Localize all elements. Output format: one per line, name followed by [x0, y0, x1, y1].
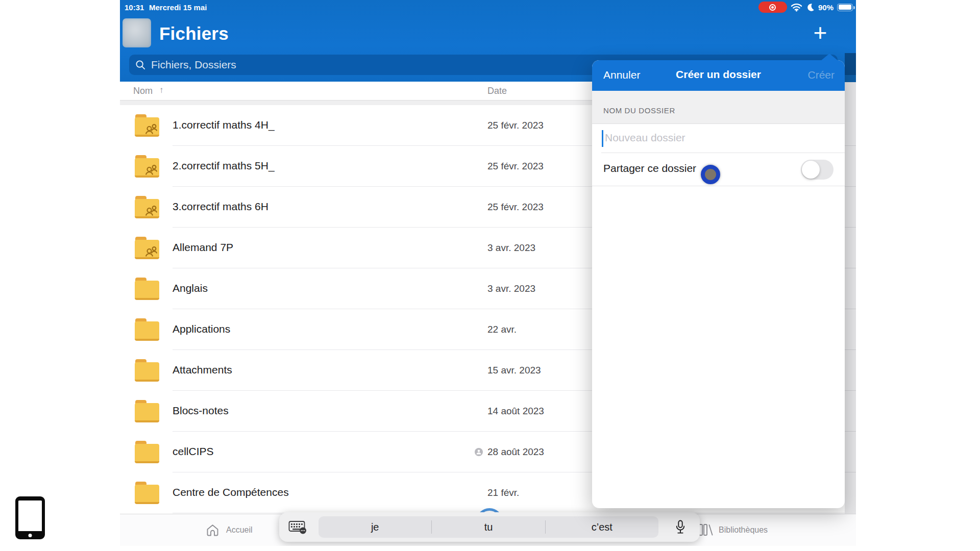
files-app-window: 10:31 Mercredi 15 mai [120, 0, 856, 546]
dnd-moon-icon [806, 3, 815, 12]
avatar[interactable] [122, 18, 151, 47]
file-date: 25 févr. 2023 [487, 161, 544, 172]
file-date: 3 avr. 2023 [487, 242, 535, 254]
file-name: Centre de Compétences [173, 486, 289, 498]
suggestion-cest[interactable]: c’est [546, 521, 658, 533]
folder-name-input[interactable]: Nouveau dossier [592, 124, 845, 153]
shared-folder-icon [135, 114, 159, 137]
file-date: 21 févr. [487, 487, 519, 498]
microphone-icon[interactable] [675, 520, 685, 535]
screen-recording-icon[interactable] [758, 2, 787, 13]
file-name: 3.correctif maths 6H [173, 201, 268, 213]
keyboard-icon[interactable] [288, 520, 307, 534]
synced-badge-icon [475, 448, 483, 456]
file-name: Applications [173, 323, 230, 335]
folder-icon [135, 278, 159, 300]
tablet-icon [15, 496, 45, 539]
folder-name-placeholder: Nouveau dossier [605, 132, 685, 144]
file-name: cellCIPS [173, 445, 214, 458]
shared-folder-icon [135, 237, 159, 259]
text-cursor [602, 130, 603, 147]
shared-folder-icon [135, 155, 159, 178]
folder-icon [135, 400, 159, 422]
folder-icon [135, 359, 159, 382]
status-time: 10:31 [125, 3, 144, 12]
status-icons: 90% [758, 0, 853, 14]
file-date: 25 févr. 2023 [487, 120, 544, 131]
file-date: 3 avr. 2023 [487, 283, 535, 294]
tablet-home-button-dot [29, 534, 32, 537]
file-name: Attachments [173, 364, 232, 376]
suggestion-tu[interactable]: tu [432, 521, 545, 533]
tab-libraries[interactable]: Bibliothèques [698, 523, 768, 536]
folder-icon [135, 482, 159, 504]
sort-ascending-icon[interactable]: ↑ [159, 85, 164, 95]
file-name: Blocs-notes [173, 405, 229, 417]
dimmed-content-strip [845, 53, 856, 514]
folder-name-section: NOM DU DOSSIER [592, 91, 845, 124]
column-date[interactable]: Date [487, 86, 507, 96]
file-date: 28 août 2023 [487, 446, 544, 458]
wifi-icon [791, 3, 802, 12]
search-icon [135, 60, 146, 70]
dialog-title: Créer un dossier [592, 68, 845, 81]
screen: 10:31 Mercredi 15 mai [0, 0, 980, 551]
file-date: 25 févr. 2023 [487, 202, 544, 213]
file-name: Allemand 7P [173, 241, 233, 254]
file-name: 1.correctif maths 4H_ [173, 119, 275, 131]
column-name[interactable]: Nom [133, 86, 153, 96]
create-button[interactable]: Créer [807, 69, 835, 81]
folder-icon [135, 441, 159, 463]
battery-icon [837, 4, 853, 11]
folder-name-section-label: NOM DU DOSSIER [603, 106, 675, 115]
status-date: Mercredi 15 mai [149, 3, 207, 12]
search-placeholder: Fichiers, Dossiers [151, 59, 236, 71]
file-name: 2.correctif maths 5H_ [173, 160, 275, 172]
battery-percent: 90% [818, 3, 834, 12]
folder-icon [135, 318, 159, 341]
home-icon [206, 523, 219, 537]
create-folder-dialog: Annuler Créer un dossier Créer NOM DU DO… [592, 60, 845, 508]
share-toggle[interactable] [801, 160, 834, 180]
libraries-icon [698, 523, 714, 536]
popover-arrow [821, 54, 838, 61]
dialog-header: Annuler Créer un dossier Créer [592, 60, 845, 91]
suggestion-je[interactable]: je [318, 521, 431, 533]
file-date: 22 avr. [487, 324, 517, 335]
tab-home[interactable]: Accueil [206, 523, 253, 537]
shared-folder-icon [135, 196, 159, 218]
keyboard-accessory-bar: je tu c’est [279, 512, 700, 542]
add-button[interactable]: + [809, 22, 831, 45]
touch-indicator [701, 165, 720, 184]
page-title: Fichiers [159, 23, 229, 44]
file-name: Anglais [173, 282, 208, 294]
file-date: 15 avr. 2023 [487, 365, 541, 376]
tab-home-label: Accueil [226, 525, 253, 535]
prediction-bar: je tu c’est [318, 516, 658, 538]
status-bar: 10:31 Mercredi 15 mai [120, 0, 856, 14]
tab-libraries-label: Bibliothèques [719, 525, 768, 535]
file-date: 14 août 2023 [487, 406, 544, 417]
share-folder-label: Partager ce dossier [603, 162, 696, 174]
